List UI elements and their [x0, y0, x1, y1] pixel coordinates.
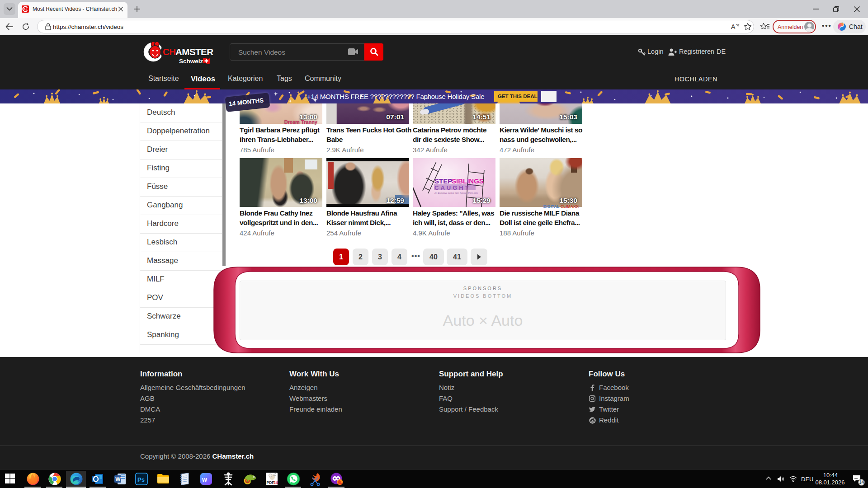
svg-text:24: 24 [274, 480, 278, 485]
svg-text:PDF: PDF [267, 480, 274, 485]
svg-text:CH: CH [163, 47, 176, 57]
svg-text:An Exclusive series from hussi: An Exclusive series from hussies Porn.co… [434, 192, 478, 194]
svg-text:AMSTER: AMSTER [175, 47, 213, 57]
svg-text:w: w [202, 476, 207, 483]
svg-text:SIBLINGS: SIBLINGS [452, 177, 484, 185]
svg-text:W: W [115, 476, 121, 483]
svg-text:STEP: STEP [434, 177, 452, 185]
svg-text:A: A [731, 23, 736, 30]
svg-text:Schweiz: Schweiz [179, 58, 203, 65]
svg-text:Ps: Ps [137, 476, 145, 483]
